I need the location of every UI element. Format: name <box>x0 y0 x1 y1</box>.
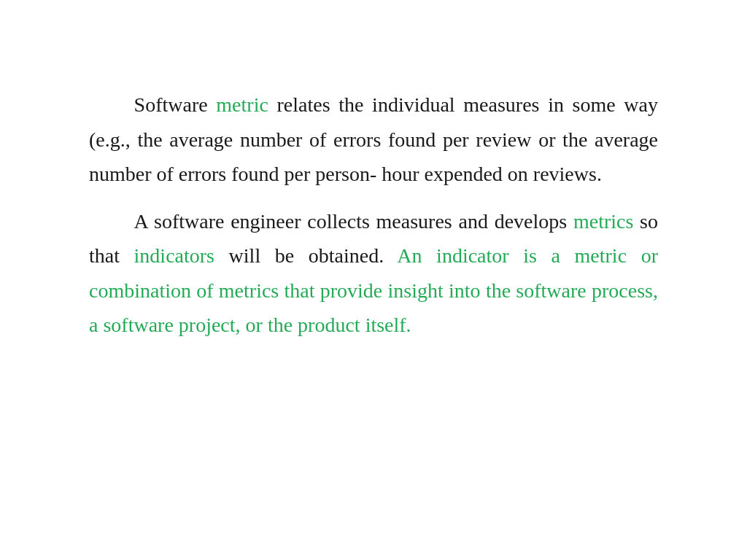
text-software: Software <box>134 93 217 116</box>
text-will-be: will be obtained. <box>214 244 397 267</box>
main-content: Software metric relates the individual m… <box>45 0 702 399</box>
indicators-word: indicators <box>134 244 214 267</box>
paragraph-1: Software metric relates the individual m… <box>89 88 658 192</box>
text-a-software: A software engineer collects measures an… <box>134 210 573 233</box>
metrics-word: metrics <box>573 210 633 233</box>
paragraph-2: A software engineer collects measures an… <box>89 204 658 343</box>
metric-word: metric <box>216 93 268 116</box>
